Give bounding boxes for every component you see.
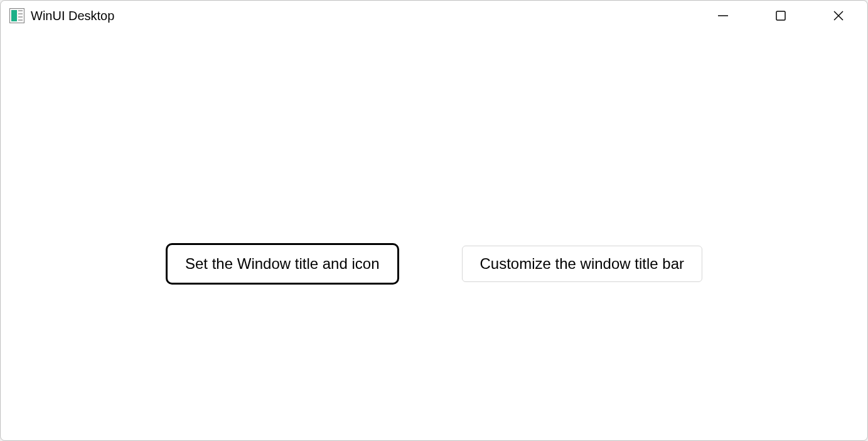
maximize-icon [774,9,787,22]
app-icon [9,8,24,23]
customize-title-bar-button[interactable]: Customize the window title bar [462,246,702,282]
set-title-icon-button[interactable]: Set the Window title and icon [166,243,399,285]
window-title: WinUI Desktop [31,9,114,23]
close-button[interactable] [810,1,867,31]
titlebar[interactable]: WinUI Desktop [1,1,867,31]
svg-rect-1 [776,11,785,20]
window-controls [694,1,867,31]
maximize-button[interactable] [752,1,810,31]
close-icon [832,9,845,22]
minimize-button[interactable] [694,1,752,31]
content-area: Set the Window title and icon Customize … [1,31,867,440]
minimize-icon [717,9,729,22]
app-window: WinUI Desktop Set the Window title and i [0,0,868,441]
